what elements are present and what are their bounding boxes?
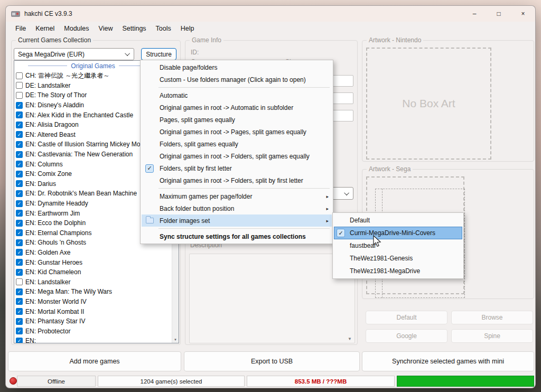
game-checkbox[interactable]: ✓ xyxy=(16,328,23,334)
menu-item[interactable]: Folder images set▸ xyxy=(142,214,332,227)
list-item[interactable]: ✓EN: Mortal Kombat II xyxy=(14,306,172,316)
add-more-games-button[interactable]: Add more games xyxy=(8,351,181,371)
menu-separator xyxy=(158,87,330,88)
game-checkbox[interactable]: ✓ xyxy=(16,308,23,315)
game-label: EN: Mega Man: The Wily Wars xyxy=(25,288,112,295)
game-label: EN: Disney's Aladdin xyxy=(25,101,84,109)
game-checkbox[interactable]: ✓ xyxy=(16,141,23,148)
list-item[interactable]: ✓EN: Probotector xyxy=(14,326,172,336)
menu-item[interactable]: Original games in root -> Folders, split… xyxy=(142,174,332,186)
menu-item[interactable]: Sync structure settings for all games co… xyxy=(142,230,332,242)
artwork-google-button[interactable]: Google xyxy=(366,329,447,343)
list-item[interactable]: EN: Landstalker xyxy=(14,277,172,287)
list-item[interactable]: ✓EN: Monster World IV xyxy=(14,297,172,307)
menu-item[interactable]: Custom - Use folders manager (Click agai… xyxy=(142,73,332,86)
game-checkbox[interactable]: ✓ xyxy=(16,200,23,207)
game-checkbox[interactable]: ✓ xyxy=(16,318,23,325)
menu-item[interactable]: faustbear xyxy=(334,239,462,252)
game-checkbox[interactable] xyxy=(16,82,23,89)
menu-item[interactable]: Original games in root -> Automatic in s… xyxy=(142,101,332,114)
menubar: FileKernelModulesViewSettingsToolsHelp xyxy=(6,22,535,35)
game-checkbox[interactable]: ✓ xyxy=(16,102,23,109)
menubar-item-file[interactable]: File xyxy=(11,22,31,35)
game-label: DE: Landstalker xyxy=(25,82,70,89)
game-checkbox[interactable]: ✓ xyxy=(16,122,23,128)
game-checkbox[interactable]: ✓ xyxy=(16,220,23,227)
game-checkbox[interactable] xyxy=(16,278,23,285)
game-checkbox[interactable]: ✓ xyxy=(16,111,23,118)
game-label: EN: Dynamite Headdy xyxy=(25,200,88,207)
menu-item-label: Folders, split by first letter xyxy=(160,165,232,172)
game-checkbox[interactable] xyxy=(16,72,23,79)
game-checkbox[interactable]: ✓ xyxy=(16,131,23,138)
menu-item[interactable]: ✓Folders, split by first letter xyxy=(142,162,332,174)
app-window: hakchi CE v3.9.3 – □ × FileKernelModules… xyxy=(5,5,536,388)
list-item[interactable]: ✓EN: Golden Axe xyxy=(14,248,172,258)
game-label: EN: Darius xyxy=(25,180,56,188)
scroll-down-icon[interactable]: ▼ xyxy=(348,337,352,341)
menu-item[interactable]: TheWez1981-MegaDrive xyxy=(334,265,462,277)
list-item[interactable]: ✓EN: xyxy=(14,336,172,343)
scroll-down-icon[interactable]: ▼ xyxy=(174,336,177,343)
artwork-browse-button[interactable]: Browse xyxy=(451,311,533,324)
artwork-default-button[interactable]: Default xyxy=(366,311,447,324)
list-item[interactable]: ✓EN: Phantasy Star IV xyxy=(14,316,172,326)
menubar-item-tools[interactable]: Tools xyxy=(151,22,176,35)
menu-item[interactable]: TheWez1981-Genesis xyxy=(334,252,462,265)
menu-item-label: Automatic xyxy=(160,92,188,99)
menu-item[interactable]: Maximum games per page/folder▸ xyxy=(142,190,332,202)
menu-item[interactable]: Default xyxy=(334,214,462,227)
collection-select[interactable]: Sega MegaDrive (EUR) xyxy=(14,48,134,60)
list-item[interactable]: ✓EN: Gunstar Heroes xyxy=(14,257,172,267)
titlebar[interactable]: hakchi CE v3.9.3 – □ × xyxy=(6,6,535,22)
menu-item[interactable]: Back folder button position▸ xyxy=(142,202,332,214)
menu-item[interactable]: Original games in root -> Folders, split… xyxy=(142,150,332,162)
menu-item-label: Folder images set xyxy=(160,217,210,225)
header-line xyxy=(28,66,67,66)
game-checkbox[interactable]: ✓ xyxy=(16,190,23,197)
game-checkbox[interactable]: ✓ xyxy=(16,210,23,217)
game-label: EN: Columns xyxy=(25,161,63,168)
description-textarea[interactable]: ▼ xyxy=(189,254,355,343)
menubar-item-view[interactable]: View xyxy=(94,22,118,35)
game-checkbox[interactable]: ✓ xyxy=(16,229,23,236)
status-connection: Offline xyxy=(17,376,96,387)
artwork-spine-button[interactable]: Spine xyxy=(451,329,533,343)
menu-item-label: Custom - Use folders manager (Click agai… xyxy=(160,76,306,83)
menu-item[interactable]: Automatic xyxy=(142,89,332,101)
menubar-item-modules[interactable]: Modules xyxy=(59,22,94,35)
menubar-item-kernel[interactable]: Kernel xyxy=(31,22,59,35)
game-checkbox[interactable]: ✓ xyxy=(16,259,23,266)
game-checkbox[interactable]: ✓ xyxy=(16,161,23,167)
game-checkbox[interactable]: ✓ xyxy=(16,298,23,305)
menu-item-label: Sync structure settings for all games co… xyxy=(160,233,306,240)
game-checkbox[interactable]: ✓ xyxy=(16,171,23,178)
synchronize-button[interactable]: Synchronize selected games with mini xyxy=(362,351,534,371)
menubar-item-settings[interactable]: Settings xyxy=(117,22,151,35)
list-item[interactable]: ✓EN: Kid Chameleon xyxy=(14,267,172,277)
menubar-item-help[interactable]: Help xyxy=(176,22,199,35)
game-checkbox[interactable]: ✓ xyxy=(16,151,23,158)
game-checkbox[interactable]: ✓ xyxy=(16,249,23,256)
export-to-usb-button[interactable]: Export to USB xyxy=(184,351,360,371)
list-item[interactable]: ✓EN: Mega Man: The Wily Wars xyxy=(14,287,172,297)
status-progressbar xyxy=(397,376,534,387)
menu-item[interactable]: ✓Curmi-MegaDrive-Mini-Covers xyxy=(334,227,462,239)
minimize-button[interactable]: – xyxy=(462,6,487,22)
menu-separator xyxy=(158,228,330,229)
game-checkbox[interactable]: ✓ xyxy=(16,338,23,343)
maximize-button[interactable]: □ xyxy=(487,6,511,22)
menu-item[interactable]: Folders, split games equally xyxy=(142,138,332,150)
game-checkbox[interactable]: ✓ xyxy=(16,180,23,187)
close-button[interactable]: × xyxy=(511,6,535,22)
menu-item[interactable]: Original games in root -> Pages, split g… xyxy=(142,126,332,138)
structure-button[interactable]: Structure xyxy=(141,48,176,60)
mouse-cursor xyxy=(372,235,382,248)
game-checkbox[interactable]: ✓ xyxy=(16,269,23,276)
game-checkbox[interactable]: ✓ xyxy=(16,288,23,295)
menu-item[interactable]: Disable page/folders xyxy=(142,61,332,73)
artwork-nintendo-group-label: Artwork - Nintendo xyxy=(367,36,423,44)
game-checkbox[interactable]: ✓ xyxy=(16,239,23,246)
menu-item[interactable]: Pages, split games equally xyxy=(142,114,332,126)
game-checkbox[interactable] xyxy=(16,92,23,99)
